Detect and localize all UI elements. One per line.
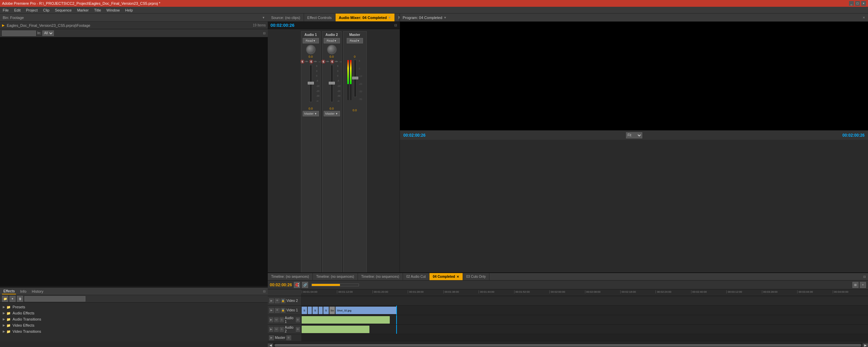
category-video-transitions[interactable]: ▶ 📁 Video Transitions xyxy=(0,328,268,334)
input-icon[interactable]: ✏ xyxy=(314,60,317,63)
send2-icon[interactable]: → xyxy=(339,60,342,63)
solo-icon[interactable]: 🔇 xyxy=(309,60,313,63)
in-select[interactable]: All xyxy=(42,31,54,36)
track-solo-audio1[interactable]: S xyxy=(280,317,284,322)
master-fader-handle[interactable] xyxy=(352,77,358,79)
tab-effect-controls[interactable]: Effect Controls xyxy=(304,14,336,21)
minimize-button[interactable]: _ xyxy=(849,1,854,6)
channel1-read-button[interactable]: Read ▼ xyxy=(303,38,319,43)
video-clip-s5[interactable]: S xyxy=(323,307,329,314)
new-bin-icon[interactable]: 📁 xyxy=(2,296,8,302)
record-icon[interactable]: ✏ xyxy=(305,60,308,63)
mixer-tab-close-icon[interactable]: ▼ xyxy=(388,16,391,19)
bin-search-input[interactable] xyxy=(2,31,36,36)
new-custom-bin-icon[interactable]: ✦ xyxy=(9,296,16,302)
track-toggle-audio1[interactable]: ▶ xyxy=(269,317,273,322)
tab-history[interactable]: History xyxy=(31,289,45,294)
menu-item-title[interactable]: Title xyxy=(94,8,102,12)
program-tab-dropdown-icon[interactable]: ▼ xyxy=(444,16,447,19)
video-clip-s4[interactable] xyxy=(319,307,323,314)
master-read-button[interactable]: Read ▼ xyxy=(347,38,363,43)
speaker2-icon[interactable]: 🔇 xyxy=(321,60,325,63)
menu-item-window[interactable]: Window xyxy=(106,8,120,12)
category-video-effects[interactable]: ▶ 📁 Video Effects xyxy=(0,322,268,328)
effects-search-input[interactable] xyxy=(24,296,85,302)
tab-timeline-noseq1[interactable]: Timeline: (no sequences) xyxy=(268,273,313,280)
mixer-panel-collapse[interactable]: ⊟ xyxy=(394,23,397,27)
track-mute-video1[interactable]: 👁 xyxy=(275,308,280,313)
tab-02-audio-cut[interactable]: 02 Audio Cut xyxy=(403,273,429,280)
track-lock-video2[interactable]: 🔒 xyxy=(281,298,285,303)
menu-item-file[interactable]: File xyxy=(2,8,9,12)
send-icon[interactable]: → xyxy=(318,60,321,63)
tab-audio-mixer[interactable]: Audio Mixer: 04 Completed ▼ xyxy=(336,14,395,21)
tab-metadata[interactable]: Metadata xyxy=(395,14,400,21)
tab-info[interactable]: Info xyxy=(19,289,27,294)
category-audio-transitions[interactable]: ▶ 📁 Audio Transitions xyxy=(0,316,268,322)
track-expand-audio2[interactable]: ⊞ xyxy=(296,327,300,332)
menu-item-clip[interactable]: Clip xyxy=(42,8,50,12)
track-mute-video2[interactable]: 👁 xyxy=(275,298,280,303)
track-mute-audio1[interactable]: M xyxy=(274,317,278,322)
category-presets[interactable]: ▶ 📁 Presets xyxy=(0,304,268,310)
menu-item-project[interactable]: Project xyxy=(25,8,38,12)
menu-item-edit[interactable]: Edit xyxy=(14,8,21,12)
tl-zoom-in-button[interactable]: + xyxy=(860,282,866,288)
tab-timeline-noseq2[interactable]: Timeline: (no sequences) xyxy=(313,273,358,280)
solo2-icon[interactable]: 🔇 xyxy=(330,60,334,63)
video-clip-shot32[interactable]: Shot_32.jpg xyxy=(336,307,397,314)
tab-timeline-noseq3[interactable]: Timeline: (no sequences) xyxy=(358,273,403,280)
channel2-pan-knob[interactable] xyxy=(327,45,337,54)
tab-04-completed[interactable]: 04 Completed ✕ xyxy=(429,273,463,280)
tab-03-cuts-only[interactable]: 03 Cuts Only xyxy=(463,273,490,280)
channel2-fader-handle[interactable] xyxy=(329,82,335,84)
category-audio-effects[interactable]: ▶ 📁 Audio Effects xyxy=(0,310,268,316)
bin-panel-collapse[interactable]: ⊟ xyxy=(263,32,266,35)
video-clip-s2[interactable] xyxy=(308,307,312,314)
scroll-right-button[interactable]: ▶ xyxy=(863,343,868,347)
track-solo-audio2[interactable]: S xyxy=(280,327,284,332)
channel1-pan-knob[interactable] xyxy=(306,45,316,54)
timeline-scrollbar[interactable] xyxy=(275,344,861,347)
track-expand-master-btn[interactable]: ⊞ xyxy=(286,335,291,340)
track-content-audio1[interactable] xyxy=(302,315,868,324)
track-content-audio2[interactable] xyxy=(302,325,868,334)
channel1-fader-handle[interactable] xyxy=(308,82,314,84)
tl-fit-button[interactable]: ⊞ xyxy=(852,282,859,288)
video-clip-s1[interactable]: S xyxy=(302,307,307,314)
program-zoom-select[interactable]: Fit 25% 50% 100% xyxy=(626,132,642,138)
tl-snap-button[interactable]: 🧲 xyxy=(294,282,300,288)
menu-item-sequence[interactable]: Sequence xyxy=(54,8,73,12)
bin-collapse-button[interactable]: ▼ xyxy=(262,16,265,19)
audio1-clip[interactable] xyxy=(302,316,390,324)
menu-item-help[interactable]: Help xyxy=(124,8,134,12)
track-content-video1[interactable]: S S S So Shot_32.jpg xyxy=(302,306,868,315)
channel2-assign-button[interactable]: Master ▼ xyxy=(324,111,340,116)
input2-icon[interactable]: ✏ xyxy=(335,60,338,63)
program-panel-close-icon[interactable]: ✕ xyxy=(863,16,865,19)
close-button[interactable]: × xyxy=(861,1,866,6)
window-controls[interactable]: _ □ × xyxy=(849,1,866,6)
video-clip-s3[interactable]: S xyxy=(312,307,318,314)
maximize-button[interactable]: □ xyxy=(855,1,860,6)
track-lock-video1[interactable]: 🔒 xyxy=(281,308,285,313)
track-toggle-audio2[interactable]: ▶ xyxy=(269,327,273,332)
speaker-icon[interactable]: 🔇 xyxy=(300,60,304,63)
tab-effects[interactable]: Effects xyxy=(2,288,16,294)
video-clip-so[interactable]: So xyxy=(329,307,335,314)
tab-04-close-icon[interactable]: ✕ xyxy=(457,275,459,278)
track-mute-audio2[interactable]: M xyxy=(274,327,278,332)
menu-item-marker[interactable]: Marker xyxy=(76,8,89,12)
audio2-clip[interactable] xyxy=(302,326,369,333)
tab-source[interactable]: Source: (no clips) xyxy=(268,14,304,21)
channel1-assign-button[interactable]: Master ▼ xyxy=(303,111,319,116)
track-expand-audio1[interactable]: ⊞ xyxy=(296,317,300,322)
track-expand-master[interactable]: ▶ xyxy=(269,335,274,340)
record2-icon[interactable]: ✏ xyxy=(326,60,329,63)
scroll-left-button[interactable]: ◀ xyxy=(268,343,273,347)
channel2-read-button[interactable]: Read ▼ xyxy=(324,38,340,43)
effects-panel-collapse[interactable]: ⊟ xyxy=(263,290,266,293)
tl-link-button[interactable]: 🔗 xyxy=(302,282,308,288)
track-toggle-video2[interactable]: ▶ xyxy=(269,298,274,303)
track-toggle-video1[interactable]: ▶ xyxy=(269,308,274,313)
